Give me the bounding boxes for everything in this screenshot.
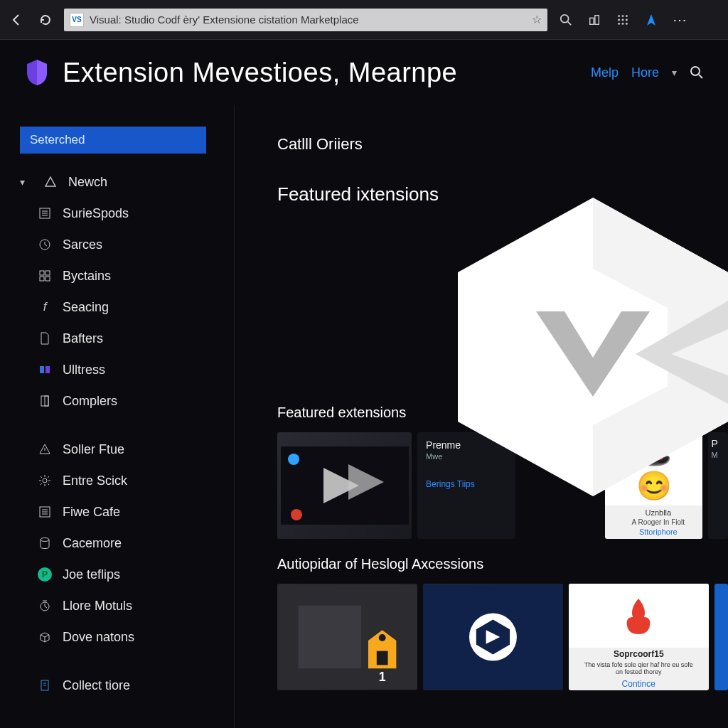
chevron-down-icon[interactable]: ▾ xyxy=(672,67,677,78)
timer-icon xyxy=(37,598,53,614)
database-icon xyxy=(37,535,53,551)
squares-icon xyxy=(37,362,53,378)
extensions-icon[interactable] xyxy=(584,10,604,30)
svg-point-58 xyxy=(379,634,386,641)
browser-toolbar: VS Visual: Studio Codf èry' Extensione c… xyxy=(0,0,728,40)
sidebar-item-label: Cacemore xyxy=(63,536,122,551)
sidebar-item-label: Dove natons xyxy=(63,630,134,645)
card-link[interactable]: Contince xyxy=(574,679,703,689)
card-flame-icon xyxy=(569,584,709,648)
svg-rect-25 xyxy=(46,366,50,373)
card-label: Uznblla xyxy=(609,508,703,517)
svg-line-37 xyxy=(48,476,49,478)
svg-point-6 xyxy=(626,15,628,17)
search-filter-box[interactable]: Seterched xyxy=(20,127,206,154)
clock-icon xyxy=(37,237,53,252)
function-icon: f xyxy=(37,299,53,315)
svg-rect-20 xyxy=(40,271,44,275)
site-favicon: VS xyxy=(70,13,84,27)
sidebar-item-joeteflips[interactable]: P Joe teflips xyxy=(20,559,234,590)
extension-card[interactable]: 1 xyxy=(277,584,417,690)
sidebar-item-collecttiore[interactable]: Collect tiore xyxy=(20,670,234,701)
extension-card[interactable] xyxy=(277,432,412,539)
sidebar-item-label: Ulltress xyxy=(63,363,105,378)
document-icon xyxy=(37,678,53,693)
svg-line-36 xyxy=(41,483,42,485)
sidebar-item-label: Seacing xyxy=(63,300,109,315)
sidebar-item-label: Collect tiore xyxy=(63,678,130,693)
overflow-menu-icon[interactable]: ⋯ xyxy=(670,10,690,30)
triangle-icon xyxy=(43,174,58,190)
extension-card-partial[interactable] xyxy=(714,584,728,690)
address-bar[interactable]: VS Visual: Studio Codf èry' Extensione c… xyxy=(64,9,547,31)
header-link-melp[interactable]: Melp xyxy=(591,65,619,80)
svg-point-12 xyxy=(626,22,628,24)
sidebar-item-label: Bafters xyxy=(63,331,103,346)
main-layout: Seterched ▾ Newch SurieSpods Sarces Byct… xyxy=(0,105,728,728)
header-search-icon[interactable] xyxy=(690,65,704,80)
sidebar-item-fiwecafe[interactable]: Fiwe Cafe xyxy=(20,496,234,528)
sidebar-item-ulltress[interactable]: Ulltress xyxy=(20,354,234,385)
list-icon xyxy=(37,504,53,520)
sidebar-item-label: Complers xyxy=(63,394,117,409)
svg-rect-2 xyxy=(590,18,594,24)
svg-point-54 xyxy=(291,509,302,520)
svg-point-4 xyxy=(618,15,620,17)
heading-catl: Catlll Oriiers xyxy=(277,135,728,154)
card-description: The vista fofe sole qier haf hre eu sofe… xyxy=(574,659,703,679)
refresh-button[interactable] xyxy=(36,10,55,30)
gear-icon xyxy=(37,473,53,488)
extension-card-soprcoorf[interactable]: Soprcoorf15 The vista fofe sole qier haf… xyxy=(569,584,709,690)
door-icon xyxy=(37,393,53,409)
svg-line-35 xyxy=(48,483,49,485)
sidebar-item-label: Sarces xyxy=(63,237,102,252)
svg-rect-24 xyxy=(40,366,44,373)
hero-hexagon-logo xyxy=(422,191,728,503)
svg-line-1 xyxy=(568,21,572,25)
sidebar-item-suriespods[interactable]: SurieSpods xyxy=(20,198,234,229)
app-header: Extension Mevestioes, Mearnpe Melp Hore … xyxy=(0,40,728,105)
svg-point-42 xyxy=(41,538,49,542)
content-pane: Catlll Oriiers Featured ixtensions Featu… xyxy=(235,105,728,728)
card-title: Soprcoorf15 xyxy=(574,649,703,659)
sidebar-item-sarces[interactable]: Sarces xyxy=(20,229,234,260)
sidebar-item-complers[interactable]: Complers xyxy=(20,385,234,417)
sidebar-item-dovenatons[interactable]: Dove natons xyxy=(20,621,234,653)
p-badge-icon: P xyxy=(37,567,53,582)
sidebar-item-lloremotuls[interactable]: Llore Motuls xyxy=(20,590,234,621)
sidebar: Seterched ▾ Newch SurieSpods Sarces Byct… xyxy=(0,105,235,728)
search-icon[interactable] xyxy=(556,10,576,30)
svg-point-10 xyxy=(618,22,620,24)
sidebar-item-byctains[interactable]: Byctains xyxy=(20,260,234,291)
svg-rect-57 xyxy=(377,651,388,665)
apps-grid-icon[interactable] xyxy=(613,10,633,30)
sidebar-item-label: Entre Scick xyxy=(63,473,127,488)
heading-autiopidar: Autiopidar of Heslogl Axcessions xyxy=(277,556,728,572)
svg-point-29 xyxy=(43,478,47,483)
svg-point-7 xyxy=(618,18,620,21)
file-icon xyxy=(37,331,53,346)
sidebar-item-label: Llore Motuls xyxy=(63,599,132,614)
box-icon xyxy=(37,629,53,645)
sidebar-item-label: Fiwe Cafe xyxy=(63,505,120,520)
sidebar-item-label: Joe teflips xyxy=(63,567,120,582)
extension-card[interactable] xyxy=(423,584,563,690)
card-link[interactable]: Sttoriphore xyxy=(609,528,703,536)
grid-icon xyxy=(37,268,53,284)
card-sublabel: A Rooger In Fiolt xyxy=(609,518,703,526)
warning-icon xyxy=(37,441,53,457)
back-button[interactable] xyxy=(7,10,27,30)
svg-line-14 xyxy=(699,75,702,78)
sidebar-item-sollerftue[interactable]: Soller Ftue xyxy=(20,434,234,465)
header-link-hore[interactable]: Hore xyxy=(631,65,659,80)
svg-text:1: 1 xyxy=(379,670,386,684)
chevron-down-icon: ▾ xyxy=(20,176,33,188)
sidebar-item-seacing[interactable]: f Seacing xyxy=(20,291,234,323)
sidebar-group-newch[interactable]: ▾ Newch xyxy=(20,166,234,198)
sidebar-item-bafters[interactable]: Bafters xyxy=(20,323,234,354)
bookmark-star-icon[interactable]: ☆ xyxy=(532,13,542,26)
sidebar-item-entrescick[interactable]: Entre Scick xyxy=(20,465,234,496)
sidebar-item-cacemore[interactable]: Cacemore xyxy=(20,528,234,559)
svg-point-11 xyxy=(622,22,624,24)
profile-icon[interactable] xyxy=(641,10,661,30)
